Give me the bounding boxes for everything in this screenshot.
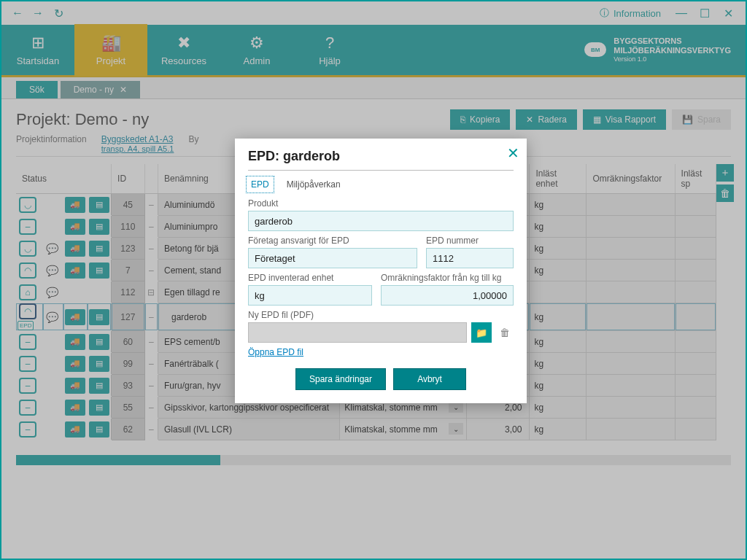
- modal-tab-epd[interactable]: EPD: [248, 178, 272, 191]
- input-epdnum[interactable]: [426, 248, 514, 268]
- modal-save-button[interactable]: Spara ändringar: [295, 368, 386, 390]
- modal-tab-impact[interactable]: Miljöpåverkan: [284, 178, 344, 191]
- epd-modal: ✕ EPD: garderob EPD Miljöpåverkan Produk…: [235, 139, 527, 403]
- input-file[interactable]: [248, 322, 467, 343]
- clear-file-button[interactable]: 🗑: [496, 322, 514, 343]
- folder-icon: 📁: [476, 327, 487, 338]
- label-factor: Omräkningsfaktor från kg till kg: [381, 273, 514, 283]
- label-file: Ny EPD fil (PDF): [248, 310, 514, 320]
- open-epd-link[interactable]: Öppna EPD fil: [248, 347, 303, 357]
- label-company: Företag ansvarigt för EPD: [248, 236, 417, 246]
- label-unit: EPD inventerad enhet: [248, 273, 372, 283]
- modal-close-button[interactable]: ✕: [507, 144, 519, 162]
- trash-icon: 🗑: [500, 327, 510, 338]
- input-unit[interactable]: [248, 285, 372, 306]
- label-product: Produkt: [248, 198, 514, 209]
- modal-title: EPD: garderob: [248, 149, 514, 164]
- modal-cancel-button[interactable]: Avbryt: [393, 368, 466, 390]
- browse-button[interactable]: 📁: [471, 322, 492, 343]
- input-factor[interactable]: [381, 285, 514, 306]
- input-company[interactable]: [248, 248, 417, 268]
- label-epdnum: EPD nummer: [426, 236, 514, 246]
- input-product[interactable]: [248, 211, 514, 231]
